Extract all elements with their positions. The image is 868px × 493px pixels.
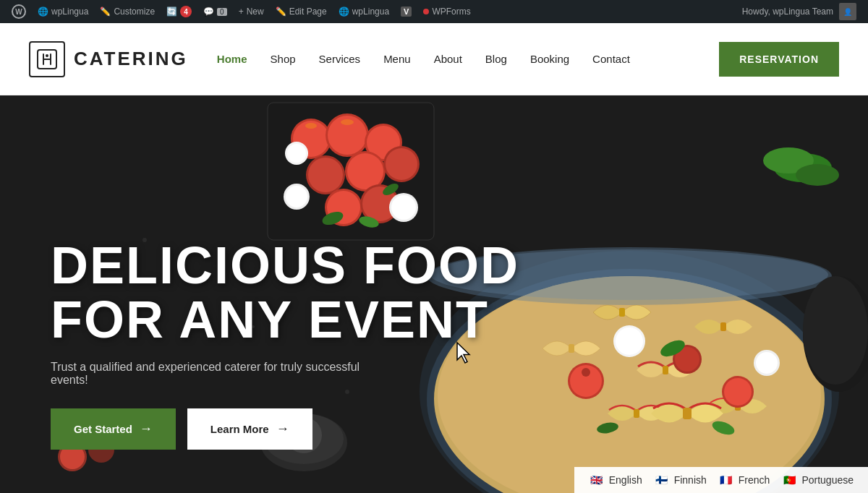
admin-new-icon: + xyxy=(239,7,244,17)
get-started-arrow-icon: → xyxy=(140,421,153,437)
site-logo[interactable]: CATERING xyxy=(29,41,188,77)
admin-new[interactable]: + New xyxy=(233,0,270,23)
hero-subtitle: Trust a qualified and experienced catere… xyxy=(51,361,369,387)
reservation-button[interactable]: RESERVATION xyxy=(719,42,839,77)
svg-point-1 xyxy=(46,54,48,57)
learn-more-button[interactable]: Learn More → xyxy=(187,408,312,450)
nav-services[interactable]: Services xyxy=(319,53,361,65)
admin-comments-icon: 💬 xyxy=(203,7,214,17)
main-nav: Home Shop Services Menu About Blog Booki… xyxy=(217,53,719,65)
admin-wp-logo[interactable]: W xyxy=(6,0,32,23)
get-started-button[interactable]: Get Started → xyxy=(51,408,176,450)
portuguese-flag-icon: 🇵🇹 xyxy=(781,474,797,486)
hero-title-line2: FOR ANY EVENT xyxy=(51,291,489,348)
admin-customize[interactable]: ✏️ Customize xyxy=(94,0,161,23)
finnish-flag-icon: 🇫🇮 xyxy=(654,474,670,486)
admin-wplingua2-icon: 🌐 xyxy=(339,7,349,17)
nav-menu[interactable]: Menu xyxy=(383,53,411,65)
hero-section: DELICIOUS FOOD FOR ANY EVENT Trust a qua… xyxy=(0,95,868,493)
nav-home[interactable]: Home xyxy=(217,53,247,65)
language-switcher: 🇬🇧 English 🇫🇮 Finnish 🇫🇷 French 🇵🇹 Portu… xyxy=(574,467,868,493)
hero-title-line1: DELICIOUS FOOD xyxy=(51,236,519,294)
admin-visual-icon: V xyxy=(401,7,412,17)
admin-site-icon: 🌐 xyxy=(38,7,48,17)
hero-content: DELICIOUS FOOD FOR ANY EVENT Trust a qua… xyxy=(51,239,519,450)
lang-english[interactable]: 🇬🇧 English xyxy=(589,474,642,486)
admin-wplingua2[interactable]: 🌐 wpLingua xyxy=(333,0,395,23)
learn-more-arrow-icon: → xyxy=(276,421,289,437)
nav-about[interactable]: About xyxy=(434,53,462,65)
admin-updates[interactable]: 🔄 4 xyxy=(161,0,197,23)
logo-text: CATERING xyxy=(74,48,188,70)
admin-comments[interactable]: 💬 0 xyxy=(197,0,233,23)
nav-booking[interactable]: Booking xyxy=(530,53,569,65)
wp-logo-icon: W xyxy=(12,4,26,19)
wpforms-dot-icon xyxy=(423,9,429,14)
nav-shop[interactable]: Shop xyxy=(271,53,296,65)
comments-count: 0 xyxy=(217,8,227,16)
french-label: French xyxy=(739,474,770,486)
site-header: CATERING Home Shop Services Menu About B… xyxy=(0,23,868,95)
admin-updates-icon: 🔄 xyxy=(166,7,177,17)
hero-buttons: Get Started → Learn More → xyxy=(51,408,519,450)
admin-bar-right: Howdy, wpLingua Team 👤 xyxy=(742,3,862,20)
lang-portuguese[interactable]: 🇵🇹 Portuguese xyxy=(781,474,854,486)
admin-bar: W 🌐 wpLingua ✏️ Customize 🔄 4 💬 0 + New … xyxy=(0,0,868,23)
user-avatar[interactable]: 👤 xyxy=(839,3,856,20)
portuguese-label: Portuguese xyxy=(801,474,854,486)
hero-title: DELICIOUS FOOD FOR ANY EVENT xyxy=(51,239,519,348)
logo-icon xyxy=(29,41,65,77)
admin-site-name[interactable]: 🌐 wpLingua xyxy=(32,0,94,23)
admin-wpforms[interactable]: WPForms xyxy=(417,0,476,23)
nav-contact[interactable]: Contact xyxy=(592,53,630,65)
admin-editpage-icon: ✏️ xyxy=(276,7,286,17)
english-flag-icon: 🇬🇧 xyxy=(589,474,605,486)
admin-edit-page[interactable]: ✏️ Edit Page xyxy=(270,0,333,23)
howdy-text: Howdy, wpLingua Team xyxy=(742,7,833,17)
french-flag-icon: 🇫🇷 xyxy=(718,474,734,486)
admin-customize-icon: ✏️ xyxy=(100,7,111,17)
english-label: English xyxy=(609,474,642,486)
updates-count: 4 xyxy=(180,6,192,17)
admin-visual[interactable]: V xyxy=(395,0,417,23)
nav-blog[interactable]: Blog xyxy=(485,53,507,65)
lang-french[interactable]: 🇫🇷 French xyxy=(718,474,770,486)
lang-finnish[interactable]: 🇫🇮 Finnish xyxy=(654,474,707,486)
finnish-label: Finnish xyxy=(674,474,707,486)
